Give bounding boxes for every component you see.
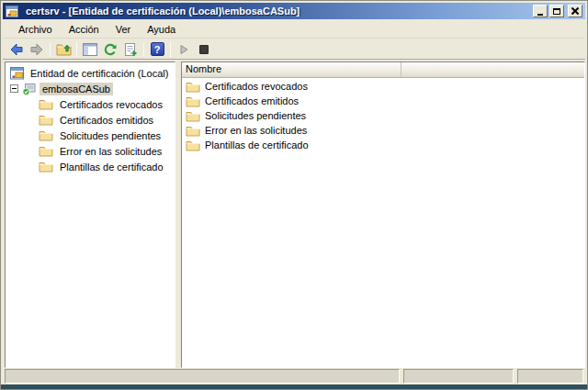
- folder-icon: [39, 161, 53, 173]
- window-bottom-edge: [1, 384, 587, 389]
- console-tree: Entidad de certificación (Local) embosaC…: [5, 61, 175, 368]
- close-button[interactable]: [568, 5, 582, 17]
- tree-item-solicitudes-pendientes[interactable]: Solicitudes pendientes: [6, 128, 175, 143]
- folder-icon: [39, 145, 53, 157]
- status-pane-main: [5, 369, 400, 384]
- menu-accion[interactable]: Acción: [61, 22, 107, 37]
- list-item-error-solicitudes[interactable]: Error en las solicitudes: [182, 123, 584, 138]
- list-item-certificados-revocados[interactable]: Certificados revocados: [182, 79, 584, 94]
- folder-icon: [186, 81, 200, 93]
- help-icon: ?: [151, 42, 164, 56]
- refresh-icon: [103, 42, 118, 57]
- maximize-icon: [553, 8, 560, 15]
- folder-icon: [186, 110, 200, 122]
- folder-icon: [39, 129, 53, 141]
- list-item-certificados-emitidos[interactable]: Certificados emitidos: [182, 94, 584, 108]
- close-icon: [571, 7, 579, 15]
- stop-service-button[interactable]: [194, 40, 214, 59]
- start-service-icon: [178, 44, 189, 55]
- column-header-empty[interactable]: [401, 62, 584, 78]
- status-bar: [3, 368, 585, 384]
- refresh-button[interactable]: [100, 40, 120, 59]
- minimize-icon: [537, 14, 543, 16]
- results-list: Nombre Certificados revocados: [181, 61, 585, 368]
- tree-root[interactable]: Entidad de certificación (Local): [6, 65, 175, 81]
- menu-archivo[interactable]: Archivo: [10, 22, 61, 37]
- mmc-console-icon: [6, 6, 18, 17]
- main-area: Entidad de certificación (Local) embosaC…: [5, 61, 585, 368]
- show-console-tree-button[interactable]: [80, 40, 100, 59]
- status-pane-right: [517, 369, 583, 384]
- back-button[interactable]: [6, 40, 27, 59]
- status-pane-middle: [403, 369, 514, 384]
- start-service-button[interactable]: [174, 40, 194, 59]
- tree-item-certificados-emitidos[interactable]: Certificados emitidos: [6, 112, 175, 128]
- tree-item-ca-label: embosaCASub: [40, 83, 113, 95]
- folder-icon: [186, 95, 200, 107]
- list-header: Nombre: [182, 62, 584, 78]
- maximize-button[interactable]: [549, 5, 564, 17]
- menu-ayuda[interactable]: Ayuda: [139, 22, 184, 37]
- forward-icon: [29, 42, 44, 57]
- folder-icon: [186, 125, 200, 137]
- folder-icon: [39, 114, 53, 126]
- certsrv-window: certsrv - [Entidad de certificación (Loc…: [0, 0, 588, 390]
- window-title: certsrv - [Entidad de certificación (Loc…: [26, 6, 533, 17]
- certification-authority-console-icon: [10, 67, 24, 80]
- export-list-icon: [123, 42, 138, 57]
- ca-server-icon: [22, 83, 36, 95]
- folder-icon: [39, 98, 53, 110]
- up-one-level-button[interactable]: [53, 40, 74, 59]
- export-list-button[interactable]: [120, 40, 141, 59]
- toolbar-separator: [76, 42, 77, 57]
- stop-service-icon: [199, 45, 209, 54]
- back-icon: [9, 42, 24, 57]
- toolbar-separator: [143, 42, 144, 57]
- collapse-expander-icon[interactable]: [10, 84, 18, 93]
- menu-bar: Archivo Acción Ver Ayuda: [3, 20, 585, 39]
- menu-ver[interactable]: Ver: [107, 22, 140, 37]
- list-item-plantillas-certificado[interactable]: Plantillas de certificado: [182, 138, 584, 152]
- toolbar-separator: [50, 42, 51, 57]
- title-bar: certsrv - [Entidad de certificación (Loc…: [3, 3, 585, 19]
- tree-root-label: Entidad de certificación (Local): [28, 67, 171, 80]
- help-button[interactable]: ?: [147, 40, 167, 59]
- show-console-tree-icon: [83, 43, 97, 56]
- tree-item-error-solicitudes[interactable]: Error en las solicitudes: [6, 143, 175, 159]
- toolbar-separator: [170, 42, 171, 57]
- toolbar: ?: [3, 39, 585, 60]
- tree-item-plantillas-certificado[interactable]: Plantillas de certificado: [6, 159, 175, 174]
- tree-item-certificados-revocados[interactable]: Certificados revocados: [6, 96, 175, 112]
- forward-button[interactable]: [27, 40, 47, 59]
- minimize-button[interactable]: [533, 5, 548, 17]
- list-body: Certificados revocados Certificados emit…: [182, 78, 584, 367]
- tree-item-ca[interactable]: embosaCASub: [6, 81, 175, 96]
- folder-icon: [186, 139, 200, 151]
- column-header-nombre[interactable]: Nombre: [182, 62, 401, 78]
- list-item-solicitudes-pendientes[interactable]: Solicitudes pendientes: [182, 108, 584, 123]
- up-one-level-icon: [56, 42, 72, 56]
